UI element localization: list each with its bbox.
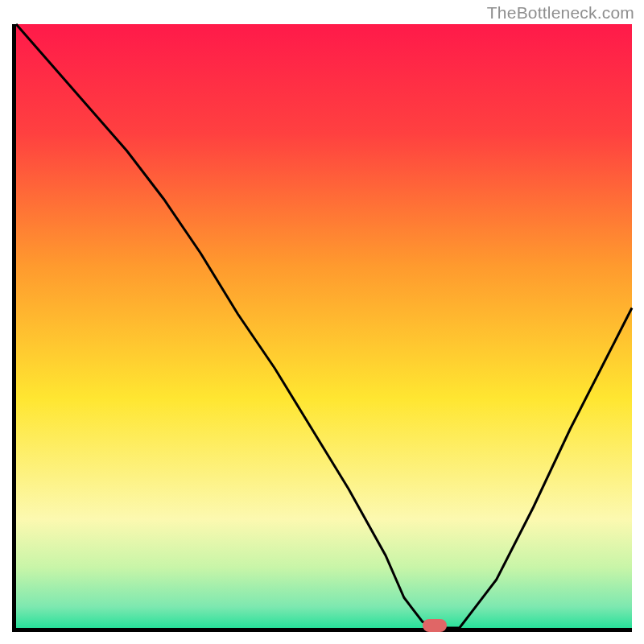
optimal-point-marker [423,619,447,632]
plot-area [12,24,632,632]
chart-stage: TheBottleneck.com [0,0,644,644]
bottleneck-curve [16,24,632,628]
watermark-text: TheBottleneck.com [487,3,634,23]
